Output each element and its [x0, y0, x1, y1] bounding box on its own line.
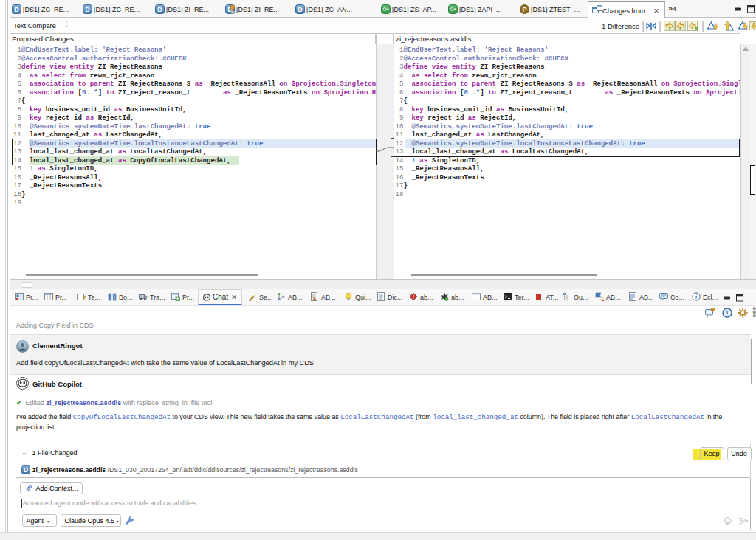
- svg-text:A: A: [312, 296, 316, 301]
- svg-text:D: D: [157, 6, 162, 13]
- svg-text:U: U: [602, 297, 605, 302]
- svg-text:D: D: [14, 6, 19, 13]
- svg-text:P: P: [522, 6, 526, 13]
- svg-text:D: D: [24, 466, 28, 474]
- svg-text:D: D: [85, 6, 90, 13]
- svg-text:D: D: [298, 6, 303, 13]
